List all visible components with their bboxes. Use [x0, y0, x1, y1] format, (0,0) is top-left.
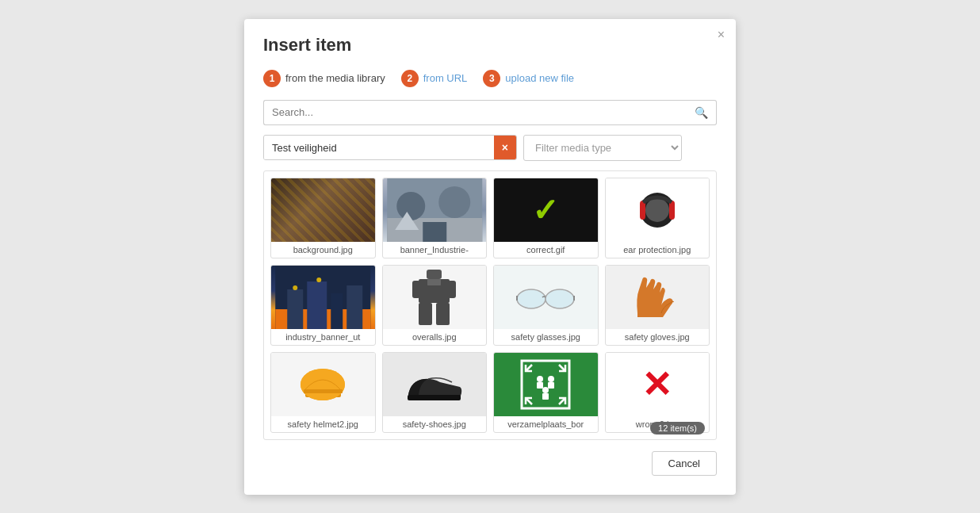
- search-input[interactable]: [263, 100, 687, 125]
- media-thumb-industry: [271, 266, 375, 329]
- search-row: 🔍: [263, 100, 717, 125]
- media-label: verzamelplaats_bor: [494, 416, 598, 432]
- svg-rect-22: [412, 281, 420, 298]
- category-select[interactable]: Test veiligheid: [264, 136, 494, 159]
- insert-item-modal: × Insert item 1 from the media library 2…: [244, 19, 736, 495]
- category-clear-button[interactable]: ×: [494, 136, 516, 159]
- media-thumb-gloves: [606, 266, 710, 329]
- media-thumb-overalls: [383, 266, 487, 329]
- svg-rect-15: [346, 285, 362, 329]
- tabs-row: 1 from the media library 2 from URL 3 up…: [263, 70, 717, 87]
- media-thumb-banner: [383, 178, 487, 242]
- media-thumb-glasses: [494, 266, 598, 329]
- svg-rect-14: [331, 293, 343, 329]
- tab-number-2: 2: [401, 70, 419, 87]
- media-label: safety glasses.jpg: [494, 329, 598, 345]
- media-item[interactable]: safety helmet2.jpg: [270, 352, 376, 433]
- svg-rect-42: [537, 382, 543, 389]
- svg-rect-12: [287, 289, 303, 329]
- tab-label-upload: upload new file: [505, 72, 574, 84]
- svg-rect-4: [423, 222, 446, 242]
- media-label: safety gloves.jpg: [606, 329, 710, 345]
- media-label: banner_Industrie-: [383, 242, 487, 258]
- media-item[interactable]: ear protection.jpg: [605, 178, 710, 258]
- media-grid-container: background.jpg: [263, 170, 717, 440]
- media-type-select[interactable]: Filter media type: [523, 135, 682, 161]
- tab-media-library[interactable]: 1 from the media library: [263, 70, 385, 87]
- svg-rect-21: [436, 303, 450, 325]
- svg-point-7: [645, 198, 669, 222]
- tab-label-media-library: from the media library: [285, 72, 385, 84]
- svg-point-16: [293, 285, 297, 290]
- category-select-wrap: Test veiligheid ×: [263, 135, 517, 160]
- svg-point-3: [438, 186, 470, 218]
- media-thumb-ear: [606, 178, 710, 242]
- svg-point-41: [537, 376, 543, 382]
- modal-overlay: × Insert item 1 from the media library 2…: [0, 0, 980, 513]
- tab-upload[interactable]: 3 upload new file: [483, 70, 574, 87]
- tab-label-from-url: from URL: [423, 72, 468, 84]
- svg-rect-23: [448, 281, 456, 298]
- search-button[interactable]: 🔍: [687, 100, 717, 125]
- svg-point-45: [542, 387, 549, 393]
- svg-rect-13: [307, 281, 327, 329]
- media-item[interactable]: banner_Industrie-: [382, 178, 488, 258]
- media-thumb-background: [271, 178, 375, 242]
- tab-number-1: 1: [263, 70, 281, 87]
- svg-point-43: [548, 376, 554, 382]
- svg-point-25: [517, 289, 546, 308]
- media-label: safety-shoes.jpg: [383, 416, 487, 432]
- tab-number-3: 3: [483, 70, 500, 87]
- media-label: correct.gif: [494, 242, 598, 258]
- media-item[interactable]: safety gloves.jpg: [605, 265, 710, 346]
- media-label: safety helmet2.jpg: [271, 416, 375, 432]
- svg-rect-34: [408, 395, 461, 400]
- media-item[interactable]: background.jpg: [270, 178, 376, 258]
- media-item[interactable]: verzamelplaats_bor: [493, 352, 599, 433]
- media-label: background.jpg: [271, 242, 375, 258]
- tab-from-url[interactable]: 2 from URL: [401, 70, 468, 87]
- media-thumb-helmet: [271, 353, 375, 416]
- modal-footer: Cancel: [263, 451, 717, 476]
- media-label: ear protection.jpg: [606, 242, 710, 258]
- svg-point-2: [396, 192, 425, 220]
- modal-title: Insert item: [263, 35, 717, 56]
- cancel-button[interactable]: Cancel: [652, 451, 717, 476]
- media-label: industry_banner_ut: [271, 329, 375, 345]
- svg-point-17: [316, 278, 321, 282]
- media-thumb-correct: [494, 178, 598, 242]
- media-label: overalls.jpg: [383, 329, 487, 345]
- media-thumb-verzamel: [494, 353, 598, 416]
- media-item[interactable]: wrong2.jpg: [605, 352, 710, 433]
- svg-rect-18: [427, 270, 442, 279]
- close-button[interactable]: ×: [718, 29, 725, 41]
- media-item[interactable]: safety-shoes.jpg: [382, 352, 488, 433]
- filter-row: Test veiligheid × Filter media type: [263, 135, 717, 161]
- media-grid: background.jpg: [264, 171, 716, 439]
- svg-rect-46: [542, 393, 549, 400]
- svg-point-26: [546, 289, 574, 308]
- media-item[interactable]: correct.gif: [493, 178, 599, 258]
- media-thumb-shoes: [383, 353, 487, 416]
- item-count-badge: 12 item(s): [650, 422, 705, 435]
- media-item[interactable]: overalls.jpg: [382, 265, 488, 346]
- media-thumb-wrong: [606, 353, 710, 416]
- svg-rect-33: [304, 389, 343, 393]
- svg-rect-20: [419, 303, 432, 325]
- media-item[interactable]: industry_banner_ut: [270, 265, 376, 346]
- svg-rect-44: [548, 382, 554, 389]
- media-item[interactable]: safety glasses.jpg: [493, 265, 599, 346]
- svg-rect-24: [427, 279, 441, 285]
